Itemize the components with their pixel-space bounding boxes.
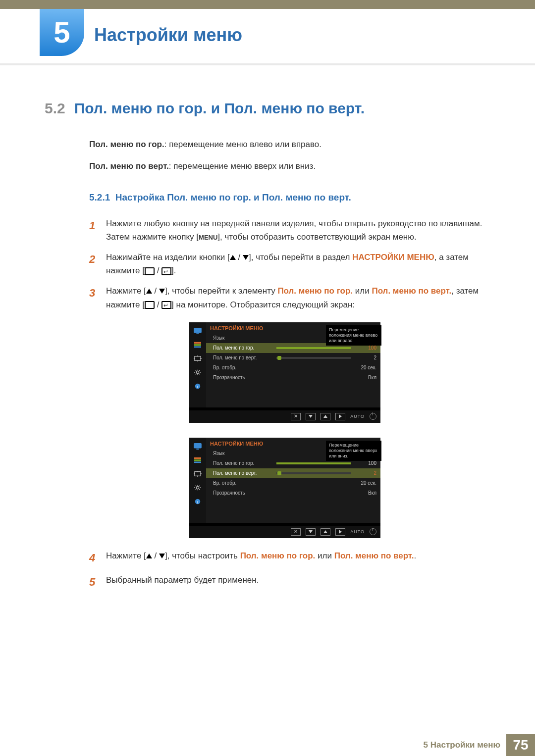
svg-rect-10	[196, 449, 199, 450]
svg-point-6	[196, 371, 199, 373]
step-number-1: 1	[89, 217, 106, 244]
section-title: Пол. меню по гор. и Пол. меню по верт.	[74, 100, 365, 116]
step-5-text: Выбранный параметр будет применен.	[106, 573, 490, 591]
svg-rect-11	[194, 457, 201, 459]
svg-rect-9	[194, 443, 202, 449]
enter-icon	[161, 267, 171, 275]
color-icon	[193, 341, 202, 348]
footer-chapter-label: 5 Настройки меню	[424, 740, 500, 750]
osd-nav-close-icon: ✕	[291, 528, 301, 536]
svg-rect-12	[194, 459, 201, 461]
size-icon	[193, 355, 202, 362]
osd-row-vpos-selected: Пол. меню по верт.2	[206, 468, 380, 478]
size-icon	[193, 470, 202, 477]
info-icon: i	[193, 383, 202, 390]
source-icon	[145, 301, 155, 309]
osd-tooltip: Перемещение положения меню влево или впр…	[326, 325, 381, 346]
osd-nav-auto-label: AUTO	[350, 414, 365, 419]
picture-icon	[193, 327, 202, 334]
intro-paragraph-2: Пол. меню по верт.: перемещение меню вве…	[89, 160, 490, 172]
section-number: 5.2	[45, 100, 65, 116]
osd-nav-power-icon	[370, 528, 376, 535]
step-number-5: 5	[89, 573, 106, 591]
osd-nav-right-icon	[335, 413, 345, 420]
osd-nav-down-icon	[306, 413, 316, 420]
osd-row-transp: ПрозрачностьВкл	[206, 488, 380, 498]
svg-rect-3	[194, 344, 201, 346]
chapter-title: Настройки меню	[94, 25, 242, 46]
step-2-text: Нажимайте на изделии кнопки [ / ], чтобы…	[106, 251, 490, 277]
svg-rect-4	[194, 346, 201, 348]
osd-row-time: Вр. отобр.20 сек.	[206, 478, 380, 488]
osd-tooltip: Перемещение положения меню вверх или вни…	[326, 441, 381, 461]
enter-icon	[161, 301, 171, 309]
osd-row-vpos: Пол. меню по верт.2	[206, 353, 380, 363]
triangle-up-icon	[230, 255, 236, 260]
triangle-up-icon	[146, 554, 152, 558]
source-icon	[145, 267, 155, 275]
osd-nav-auto-label: AUTO	[350, 529, 365, 534]
osd-nav-up-icon	[321, 528, 330, 536]
svg-point-15	[196, 486, 199, 489]
triangle-down-icon	[159, 554, 165, 558]
page-number: 75	[506, 734, 535, 756]
svg-text:i: i	[197, 384, 198, 389]
gear-icon	[193, 369, 202, 376]
step-number-2: 2	[89, 251, 106, 277]
page-footer: 5 Настройки меню 75	[424, 734, 535, 756]
svg-rect-1	[196, 333, 199, 334]
osd-nav-close-icon: ✕	[291, 413, 301, 420]
menu-key-label: MENU	[199, 234, 217, 241]
step-1-text: Нажмите любую кнопку на передней панели …	[106, 217, 490, 244]
svg-text:i: i	[197, 500, 198, 504]
osd-screenshot-hpos: i НАСТРОЙКИ МЕНЮ ЯзыкРусский Пол. меню п…	[189, 322, 380, 423]
triangle-down-icon	[159, 289, 165, 294]
triangle-down-icon	[243, 255, 249, 260]
color-icon	[193, 456, 202, 463]
step-3-text: Нажмите [ / ], чтобы перейти к элементу …	[106, 284, 490, 311]
subsection-heading: 5.2.1 Настройка Пол. меню по гор. и Пол.…	[89, 192, 490, 203]
osd-nav-up-icon	[321, 413, 330, 420]
step-number-4: 4	[89, 549, 106, 566]
step-4-text: Нажмите [ / ], чтобы настроить Пол. меню…	[106, 549, 490, 566]
svg-rect-5	[195, 356, 201, 360]
section-heading: 5.2Пол. меню по гор. и Пол. меню по верт…	[45, 100, 490, 117]
step-number-3: 3	[89, 284, 106, 311]
osd-nav-down-icon	[306, 528, 316, 536]
gear-icon	[193, 484, 202, 491]
info-icon: i	[193, 498, 202, 505]
osd-row-time: Вр. отобр.20 сек.	[206, 363, 380, 373]
osd-row-transp: ПрозрачностьВкл	[206, 373, 380, 383]
triangle-up-icon	[146, 289, 152, 294]
svg-rect-13	[194, 461, 201, 463]
osd-nav-power-icon	[370, 413, 376, 420]
chapter-number-badge: 5	[40, 9, 84, 56]
svg-rect-0	[194, 328, 202, 333]
picture-icon	[193, 443, 202, 450]
svg-rect-2	[194, 342, 201, 344]
intro-paragraph-1: Пол. меню по гор.: перемещение меню влев…	[89, 139, 490, 151]
osd-nav-right-icon	[335, 528, 345, 536]
svg-rect-14	[195, 471, 201, 476]
osd-screenshot-vpos: i НАСТРОЙКИ МЕНЮ ЯзыкРусский Пол. меню п…	[189, 438, 380, 538]
